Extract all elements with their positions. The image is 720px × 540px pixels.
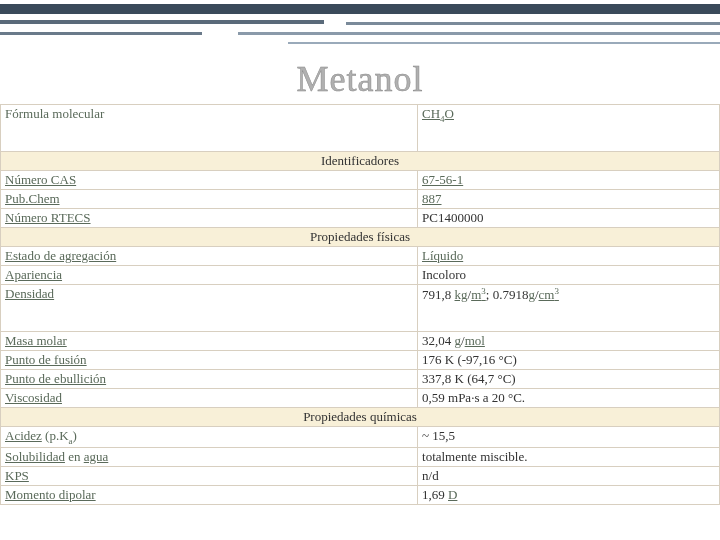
value-link[interactable]: 887 <box>422 191 442 206</box>
prop-label: Momento dipolar <box>1 485 418 504</box>
label-link[interactable]: Apariencia <box>5 267 62 282</box>
label-link[interactable]: Número CAS <box>5 172 76 187</box>
prop-label: Acidez (p.Ka) <box>1 427 418 448</box>
table-row: Número RTECS PC1400000 <box>1 209 720 228</box>
table-row: Densidad 791,8 kg/m3; 0.7918g/cm3 <box>1 285 720 332</box>
label-link[interactable]: Pub.Chem <box>5 191 60 206</box>
prop-label: KPS <box>1 466 418 485</box>
label-link[interactable]: Estado de agregación <box>5 248 116 263</box>
table-row: Viscosidad 0,59 mPa·s a 20 °C. <box>1 389 720 408</box>
prop-value: 337,8 K (64,7 °C) <box>418 370 720 389</box>
prop-value: 791,8 kg/m3; 0.7918g/cm3 <box>418 285 720 332</box>
decorative-header <box>0 0 720 50</box>
prop-value: 67-56-1 <box>418 171 720 190</box>
prop-value: 176 K (-97,16 °C) <box>418 351 720 370</box>
prop-value: Incoloro <box>418 266 720 285</box>
prop-label: Punto de ebullición <box>1 370 418 389</box>
prop-value: PC1400000 <box>418 209 720 228</box>
prop-value: 0,59 mPa·s a 20 °C. <box>418 389 720 408</box>
prop-label: Apariencia <box>1 266 418 285</box>
label-link[interactable]: Viscosidad <box>5 390 62 405</box>
section-header: Propiedades químicas <box>1 408 720 427</box>
prop-label: Número RTECS <box>1 209 418 228</box>
prop-label: Pub.Chem <box>1 190 418 209</box>
page-title: Metanol <box>0 58 720 100</box>
prop-value: Líquido <box>418 247 720 266</box>
value-link[interactable]: CH4O <box>422 106 454 121</box>
prop-label: Punto de fusión <box>1 351 418 370</box>
section-header: Propiedades físicas <box>1 228 720 247</box>
table-row: Apariencia Incoloro <box>1 266 720 285</box>
table-row: KPS n/d <box>1 466 720 485</box>
prop-label: Densidad <box>1 285 418 332</box>
table-row: Solubilidad en agua totalmente miscible. <box>1 447 720 466</box>
prop-value: 887 <box>418 190 720 209</box>
table-row: Pub.Chem 887 <box>1 190 720 209</box>
label-link[interactable]: Punto de ebullición <box>5 371 106 386</box>
properties-table: Fórmula molecular CH4O Identificadores N… <box>0 104 720 505</box>
value-link[interactable]: 67-56-1 <box>422 172 463 187</box>
prop-label: Solubilidad en agua <box>1 447 418 466</box>
prop-label: Viscosidad <box>1 389 418 408</box>
label-link[interactable]: Densidad <box>5 286 54 301</box>
prop-value: 32,04 g/mol <box>418 332 720 351</box>
table-row: Momento dipolar 1,69 D <box>1 485 720 504</box>
prop-label: Fórmula molecular <box>1 105 418 152</box>
prop-label: Masa molar <box>1 332 418 351</box>
label-link[interactable]: Número RTECS <box>5 210 91 225</box>
table-row: Masa molar 32,04 g/mol <box>1 332 720 351</box>
prop-value: ~ 15,5 <box>418 427 720 448</box>
prop-value: CH4O <box>418 105 720 152</box>
label-link[interactable]: KPS <box>5 468 29 483</box>
value-link[interactable]: Líquido <box>422 248 463 263</box>
table-row: Punto de ebullición 337,8 K (64,7 °C) <box>1 370 720 389</box>
table-row: Punto de fusión 176 K (-97,16 °C) <box>1 351 720 370</box>
section-header: Identificadores <box>1 152 720 171</box>
table-row: Acidez (p.Ka) ~ 15,5 <box>1 427 720 448</box>
table-row: Número CAS 67-56-1 <box>1 171 720 190</box>
label-link[interactable]: Masa molar <box>5 333 67 348</box>
prop-value: n/d <box>418 466 720 485</box>
table-row: Estado de agregación Líquido <box>1 247 720 266</box>
section-header-row: Propiedades químicas <box>1 408 720 427</box>
table-row: Fórmula molecular CH4O <box>1 105 720 152</box>
label-link[interactable]: Punto de fusión <box>5 352 87 367</box>
prop-value: totalmente miscible. <box>418 447 720 466</box>
section-header-row: Identificadores <box>1 152 720 171</box>
prop-value: 1,69 D <box>418 485 720 504</box>
prop-label: Estado de agregación <box>1 247 418 266</box>
prop-label: Número CAS <box>1 171 418 190</box>
label-link[interactable]: Momento dipolar <box>5 487 96 502</box>
section-header-row: Propiedades físicas <box>1 228 720 247</box>
